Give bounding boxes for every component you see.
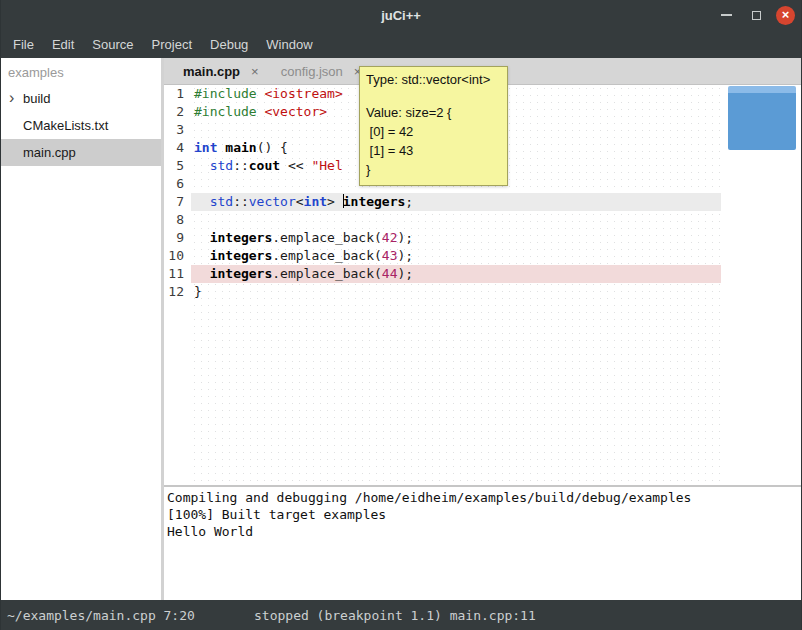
maximize-button[interactable] — [746, 5, 766, 25]
line-number[interactable]: 8 — [164, 211, 191, 229]
status-debug-state: stopped (breakpoint 1.1) main.cpp:11 — [254, 608, 536, 623]
maximize-icon — [752, 11, 761, 20]
code-line: 7 std::vector<int> integers; — [164, 193, 801, 211]
line-number[interactable]: 10 — [164, 247, 191, 265]
menu-item-window[interactable]: Window — [257, 32, 321, 57]
menu-item-project[interactable]: Project — [143, 32, 201, 57]
tab-label: main.cpp — [183, 64, 240, 79]
menu-item-edit[interactable]: Edit — [43, 32, 83, 57]
menu-item-file[interactable]: File — [4, 32, 43, 57]
window-title: juCi++ — [1, 8, 801, 23]
code-text[interactable]: integers.emplace_back(44); — [191, 265, 721, 283]
close-button[interactable]: × — [776, 6, 795, 25]
titlebar: juCi++ × — [1, 0, 801, 30]
menubar: FileEditSourceProjectDebugWindow — [1, 30, 801, 58]
code-line: 9 integers.emplace_back(42); — [164, 229, 801, 247]
tree-item-main-cpp[interactable]: main.cpp — [1, 139, 161, 166]
scrollbar-thumb[interactable] — [728, 86, 796, 150]
tooltip-value-line: } — [366, 160, 501, 179]
minimize-button[interactable] — [716, 5, 736, 25]
line-number[interactable]: 11 — [164, 265, 191, 283]
code-line: 12} — [164, 283, 801, 301]
statusbar: ~/examples/main.cpp 7:20 stopped (breakp… — [1, 600, 801, 630]
tooltip-value-line: [1] = 43 — [366, 141, 501, 160]
code-line: 8 — [164, 211, 801, 229]
line-number[interactable]: 3 — [164, 121, 191, 139]
line-number[interactable]: 9 — [164, 229, 191, 247]
tab-config-json[interactable]: config.json× — [270, 58, 373, 84]
tree-item-label: build — [23, 91, 50, 106]
tab-label: config.json — [281, 64, 343, 79]
file-tree-header: examples — [1, 58, 161, 85]
line-number[interactable]: 1 — [164, 85, 191, 103]
code-line: 10 integers.emplace_back(43); — [164, 247, 801, 265]
code-line: 11 integers.emplace_back(44); — [164, 265, 801, 283]
tab-close-icon[interactable]: × — [251, 64, 259, 79]
status-file-position: ~/examples/main.cpp 7:20 — [7, 608, 195, 623]
code-text[interactable] — [191, 211, 721, 229]
line-number[interactable]: 12 — [164, 283, 191, 301]
terminal-line: Hello World — [167, 523, 801, 540]
terminal-line: Compiling and debugging /home/eidheim/ex… — [167, 489, 801, 506]
line-number[interactable]: 6 — [164, 175, 191, 193]
file-tree-panel: examples ›buildCMakeLists.txtmain.cpp — [1, 58, 161, 600]
line-number[interactable]: 7 — [164, 193, 191, 211]
tooltip-value-line: Value: size=2 { — [366, 103, 501, 122]
tooltip-value-lines: Value: size=2 { [0] = 42 [1] = 43} — [366, 103, 501, 179]
line-number[interactable]: 5 — [164, 157, 191, 175]
tree-item-label: CMakeLists.txt — [23, 118, 108, 133]
close-icon: × — [782, 8, 790, 21]
code-text[interactable]: std::vector<int> integers; — [191, 193, 721, 211]
line-number[interactable]: 2 — [164, 103, 191, 121]
tooltip-type-line: Type: std::vector<int> — [366, 71, 501, 88]
terminal-output[interactable]: Compiling and debugging /home/eidheim/ex… — [164, 487, 801, 600]
file-tree: ›buildCMakeLists.txtmain.cpp — [1, 85, 161, 166]
expander-icon[interactable]: › — [9, 88, 14, 106]
menu-item-debug[interactable]: Debug — [201, 32, 257, 57]
code-text[interactable]: integers.emplace_back(42); — [191, 229, 721, 247]
code-text[interactable]: } — [191, 283, 721, 301]
tree-item-label: main.cpp — [23, 145, 76, 160]
tree-item-build[interactable]: ›build — [1, 85, 161, 112]
tooltip-value-line: [0] = 42 — [366, 122, 501, 141]
app-window: juCi++ × FileEditSourceProjectDebugWindo… — [0, 0, 802, 630]
minimize-icon — [721, 14, 732, 16]
tree-item-cmakelists-txt[interactable]: CMakeLists.txt — [1, 112, 161, 139]
debug-tooltip: Type: std::vector<int> Value: size=2 { [… — [359, 66, 508, 186]
code-text[interactable]: integers.emplace_back(43); — [191, 247, 721, 265]
window-controls: × — [716, 0, 795, 30]
terminal-line: [100%] Built target examples — [167, 506, 801, 523]
tab-main-cpp[interactable]: main.cpp× — [172, 58, 270, 84]
menu-item-source[interactable]: Source — [83, 32, 142, 57]
line-number[interactable]: 4 — [164, 139, 191, 157]
